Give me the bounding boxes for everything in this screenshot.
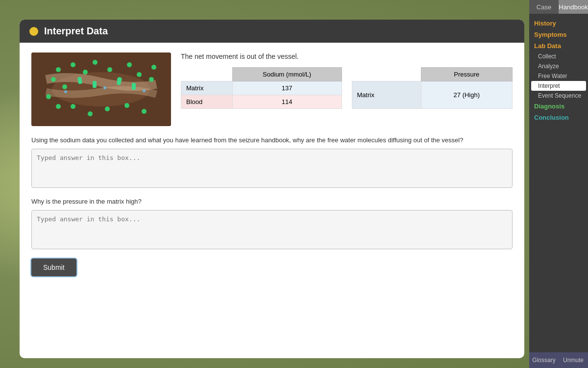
svg-point-7	[71, 62, 75, 67]
header-dot-icon	[29, 27, 38, 36]
vessel-image	[31, 53, 171, 126]
svg-point-9	[93, 60, 98, 65]
nav-handbook[interactable]: Handbook	[559, 0, 588, 14]
card-body: The net movement is out of the vessel. S…	[20, 43, 524, 358]
sidebar-item-history[interactable]: History	[529, 18, 588, 29]
svg-point-25	[64, 90, 67, 93]
svg-point-15	[149, 77, 154, 82]
svg-point-3	[51, 77, 56, 82]
unmute-button[interactable]: Unmute	[559, 352, 588, 368]
sodium-blood-label: Blood	[181, 95, 233, 109]
submit-button[interactable]: Submit	[31, 259, 76, 276]
net-movement-text: The net movement is out of the vessel.	[181, 53, 513, 60]
nav-case[interactable]: Case	[529, 0, 559, 14]
sodium-header: Sodium (mmol/L)	[232, 68, 342, 81]
svg-point-20	[142, 109, 147, 114]
answer1-input[interactable]	[31, 149, 513, 188]
svg-point-6	[56, 104, 61, 109]
svg-point-8	[83, 70, 88, 75]
top-navigation: Case Handbook	[529, 0, 588, 14]
pressure-header: Pressure	[421, 68, 512, 81]
svg-point-18	[105, 106, 110, 111]
sidebar-item-diagnosis[interactable]: Diagnosis	[529, 101, 588, 112]
svg-point-26	[103, 86, 106, 89]
card-title: Interpret Data	[44, 26, 108, 37]
card-header: Interpret Data	[20, 20, 524, 43]
sidebar-item-interpret[interactable]: Interpret	[531, 81, 586, 91]
content-top: The net movement is out of the vessel. S…	[31, 53, 513, 126]
sidebar-item-collect[interactable]: Collect	[529, 52, 588, 61]
sodium-table: Sodium (mmol/L) Matrix 137 Blood 114	[181, 67, 342, 109]
question1-text: Using the sodium data you collected and …	[31, 136, 513, 145]
sidebar: History Symptoms Lab Data Collect Analyz…	[529, 14, 588, 352]
answer2-input[interactable]	[31, 210, 513, 249]
svg-point-17	[88, 111, 93, 116]
svg-rect-24	[132, 83, 136, 90]
svg-point-16	[71, 104, 75, 109]
pressure-table: Pressure Matrix 27 (High)	[352, 67, 513, 109]
sidebar-item-symptoms[interactable]: Symptoms	[529, 29, 588, 40]
pressure-matrix-value: 27 (High)	[421, 81, 512, 109]
svg-point-13	[137, 72, 142, 77]
bottom-navigation: Glossary Unmute	[529, 352, 588, 368]
sodium-matrix-label: Matrix	[181, 81, 233, 95]
sodium-matrix-value: 137	[232, 81, 342, 95]
glossary-button[interactable]: Glossary	[529, 352, 559, 368]
svg-rect-22	[93, 81, 97, 88]
svg-point-27	[143, 89, 146, 92]
sidebar-item-event-sequence[interactable]: Event Sequence	[529, 91, 588, 101]
svg-point-10	[107, 67, 112, 72]
svg-point-4	[62, 84, 67, 89]
question-section: Using the sodium data you collected and …	[31, 136, 513, 276]
main-card: Interpret Data	[20, 20, 524, 358]
sidebar-item-lab-data[interactable]: Lab Data	[529, 40, 588, 52]
question2-text: Why is the pressure in the matrix high?	[31, 197, 513, 206]
sidebar-item-analyze[interactable]: Analyze	[529, 61, 588, 71]
data-section: The net movement is out of the vessel. S…	[181, 53, 513, 109]
svg-point-14	[151, 65, 156, 70]
svg-point-19	[124, 103, 129, 108]
pressure-matrix-label: Matrix	[352, 81, 421, 109]
sodium-blood-value: 114	[232, 95, 342, 109]
tables-row: Sodium (mmol/L) Matrix 137 Blood 114	[181, 67, 513, 109]
sidebar-item-conclusion[interactable]: Conclusion	[529, 112, 588, 123]
svg-point-5	[46, 94, 51, 99]
svg-point-12	[127, 62, 132, 67]
sidebar-item-free-water[interactable]: Free Water	[529, 71, 588, 81]
svg-point-2	[56, 67, 61, 72]
